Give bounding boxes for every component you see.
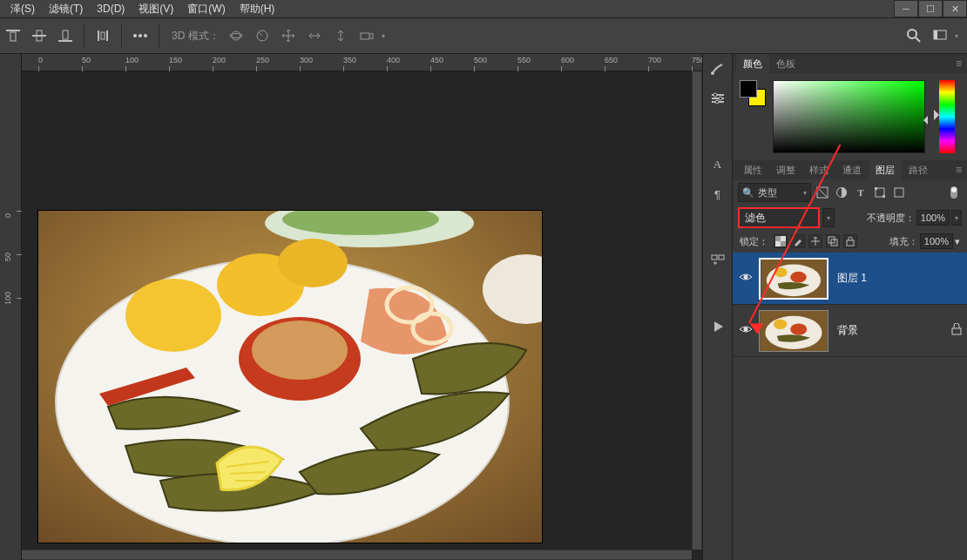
right-panels: 颜色 色板 ≡ 属性 调整 样式 通道 图层 路径 ≡	[732, 54, 967, 560]
ruler-tick: 50	[3, 253, 12, 261]
color-field[interactable]	[773, 80, 925, 153]
menu-window[interactable]: 窗口(W)	[180, 0, 232, 18]
ruler-vertical[interactable]: 050100	[0, 54, 22, 560]
panel-menu-icon[interactable]: ≡	[956, 164, 962, 176]
play-icon[interactable]	[707, 317, 728, 336]
paragraph-panel-icon[interactable]: ¶	[707, 185, 728, 204]
layer-filter-kind[interactable]: 🔍 类型 ▾	[738, 183, 811, 202]
svg-point-56	[744, 275, 748, 280]
tab-color[interactable]: 颜色	[736, 54, 769, 74]
document-image[interactable]	[38, 211, 542, 543]
menu-view[interactable]: 视图(V)	[132, 0, 180, 18]
brush-panel-icon[interactable]	[707, 59, 728, 78]
collapsed-panel-strip: A ¶	[702, 54, 732, 560]
menu-3d[interactable]: 3D(D)	[90, 1, 132, 17]
distribute-icon[interactable]	[93, 26, 112, 45]
slide-3d-icon[interactable]	[305, 26, 324, 45]
fill-chevron-icon[interactable]: ▾	[955, 236, 960, 247]
lock-nesting-icon[interactable]	[826, 234, 840, 248]
ruler-horizontal[interactable]: -500501001502002503003504004505005506006…	[22, 54, 702, 71]
menu-bar: 泽(S) 滤镜(T) 3D(D) 视图(V) 窗口(W) 帮助(H)	[0, 0, 967, 17]
lock-paint-icon[interactable]	[791, 234, 805, 248]
ruler-tick: 250	[256, 56, 269, 64]
align-bottom-icon[interactable]	[56, 26, 75, 45]
close-button[interactable]: ✕	[943, 0, 967, 17]
roll-3d-icon[interactable]	[253, 26, 272, 45]
svg-rect-12	[361, 33, 369, 39]
lock-position-icon[interactable]	[808, 234, 822, 248]
tab-styles[interactable]: 样式	[802, 160, 835, 180]
scrollbar-vertical[interactable]	[692, 71, 702, 550]
align-vcenter-icon[interactable]	[30, 26, 49, 45]
orbit-3d-icon[interactable]	[227, 26, 246, 45]
blend-mode-chevron-icon[interactable]: ▾	[822, 208, 835, 227]
scale-3d-icon[interactable]	[331, 26, 350, 45]
menu-select[interactable]: 泽(S)	[3, 0, 42, 18]
align-top-icon[interactable]	[3, 26, 23, 45]
svg-point-65	[790, 323, 807, 334]
hue-strip[interactable]	[939, 80, 955, 153]
ruler-tick: 400	[387, 56, 400, 64]
foreground-color-swatch[interactable]	[740, 80, 757, 98]
search-icon[interactable]	[904, 26, 923, 45]
svg-rect-38	[719, 255, 724, 260]
blend-mode-dropdown[interactable]: 滤色	[738, 207, 820, 228]
menu-help[interactable]: 帮助(H)	[233, 0, 282, 18]
svg-rect-0	[6, 30, 20, 31]
foreground-background-swatch[interactable]	[740, 80, 766, 106]
layer-thumbnail[interactable]	[759, 258, 828, 300]
layer-item-1[interactable]: 图层 1	[733, 253, 967, 305]
canvas-area[interactable]: «« -500501001502002503003504004505005506…	[0, 54, 702, 560]
svg-rect-51	[775, 236, 781, 241]
adjust-panel-icon[interactable]	[707, 89, 728, 108]
scrollbar-horizontal[interactable]	[22, 550, 692, 560]
filter-smart-icon[interactable]	[891, 185, 907, 200]
ruler-tick: 650	[605, 56, 618, 64]
pan-3d-icon[interactable]	[279, 26, 298, 45]
glyphs-panel-icon[interactable]	[707, 251, 728, 270]
tab-properties[interactable]: 属性	[736, 160, 769, 180]
ruler-tick: 0	[3, 213, 12, 218]
lock-transparent-icon[interactable]	[774, 234, 788, 248]
tab-adjustments[interactable]: 调整	[769, 160, 802, 180]
more-options-icon[interactable]	[131, 26, 150, 45]
svg-rect-7	[106, 30, 108, 41]
filter-shape-icon[interactable]	[872, 185, 888, 200]
svg-point-34	[713, 93, 717, 97]
maximize-button[interactable]: ☐	[918, 0, 943, 17]
panel-menu-icon[interactable]: ≡	[956, 57, 962, 70]
minimize-button[interactable]: ─	[894, 0, 918, 17]
layer-item-background[interactable]: 背景	[733, 305, 967, 357]
chevron-down-icon[interactable]: ▾	[382, 32, 385, 40]
filter-pixel-icon[interactable]	[815, 185, 830, 200]
tab-layers[interactable]: 图层	[869, 160, 902, 180]
fill-value[interactable]: 100%	[920, 233, 953, 249]
screen-mode-icon[interactable]	[930, 26, 950, 45]
ruler-tick: 500	[474, 56, 487, 64]
ruler-tick: 300	[300, 56, 313, 64]
screen-mode-chevron-icon[interactable]: ▾	[955, 32, 958, 40]
tab-channels[interactable]: 通道	[835, 160, 869, 180]
lock-icon[interactable]	[951, 323, 962, 338]
visibility-toggle-icon[interactable]	[738, 272, 754, 285]
svg-rect-16	[934, 30, 937, 39]
menu-filter[interactable]: 滤镜(T)	[42, 0, 90, 18]
svg-rect-8	[101, 32, 105, 39]
tab-swatches[interactable]: 色板	[769, 54, 802, 74]
layer-thumbnail[interactable]	[759, 310, 828, 352]
filter-toggle-icon[interactable]	[946, 185, 962, 200]
layer-name[interactable]: 背景	[837, 323, 858, 338]
opacity-chevron-icon[interactable]: ▾	[951, 210, 962, 226]
opacity-value[interactable]: 100%	[916, 210, 950, 226]
filter-type-icon[interactable]: T	[853, 185, 869, 200]
tab-paths[interactable]: 路径	[902, 160, 935, 180]
filter-adjust-icon[interactable]	[834, 185, 849, 200]
layer-name[interactable]: 图层 1	[837, 271, 867, 286]
color-panel	[733, 73, 967, 160]
character-panel-icon[interactable]: A	[707, 155, 728, 174]
lock-all-icon[interactable]	[843, 234, 857, 248]
window-controls: ─ ☐ ✕	[894, 0, 967, 17]
visibility-toggle-icon[interactable]	[738, 324, 754, 337]
camera-3d-icon[interactable]	[357, 26, 376, 45]
svg-point-30	[711, 71, 714, 75]
